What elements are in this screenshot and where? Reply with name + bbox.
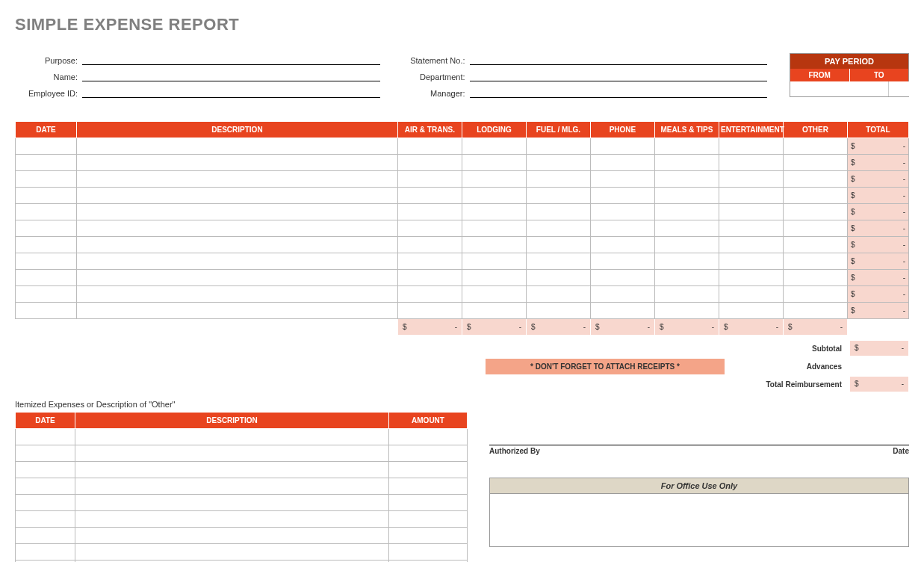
expense-cell[interactable] [16, 171, 77, 188]
expense-cell[interactable] [76, 286, 397, 303]
expense-cell[interactable] [654, 171, 719, 188]
expense-cell[interactable] [783, 220, 847, 237]
expense-cell[interactable] [462, 220, 526, 237]
expense-cell[interactable] [719, 188, 783, 204]
itemized-cell[interactable] [16, 462, 75, 478]
expense-cell[interactable] [462, 188, 526, 204]
expense-cell[interactable] [526, 303, 590, 319]
expense-cell[interactable] [397, 138, 462, 155]
expense-cell[interactable] [590, 237, 654, 253]
expense-cell[interactable] [76, 303, 397, 319]
expense-cell[interactable] [654, 237, 719, 253]
expense-cell[interactable] [16, 270, 77, 286]
expense-cell[interactable] [462, 237, 526, 253]
expense-cell[interactable] [719, 253, 783, 270]
expense-cell[interactable] [526, 237, 590, 253]
expense-cell[interactable] [590, 270, 654, 286]
expense-cell[interactable] [654, 155, 719, 171]
expense-cell[interactable] [397, 155, 462, 171]
itemized-cell[interactable] [75, 544, 389, 561]
expense-cell[interactable] [76, 204, 397, 220]
expense-cell[interactable] [719, 303, 783, 319]
expense-cell[interactable] [76, 138, 397, 155]
expense-cell[interactable] [397, 303, 462, 319]
expense-cell[interactable] [590, 220, 654, 237]
itemized-cell[interactable] [75, 429, 389, 445]
expense-cell[interactable] [462, 286, 526, 303]
expense-cell[interactable] [590, 188, 654, 204]
expense-cell[interactable] [783, 204, 847, 220]
expense-cell[interactable] [76, 270, 397, 286]
itemized-cell[interactable] [389, 429, 468, 445]
itemized-cell[interactable] [75, 528, 389, 544]
expense-cell[interactable] [76, 155, 397, 171]
expense-cell[interactable] [462, 270, 526, 286]
expense-cell[interactable] [783, 155, 847, 171]
expense-cell[interactable] [719, 155, 783, 171]
expense-cell[interactable] [16, 188, 77, 204]
itemized-cell[interactable] [16, 544, 75, 561]
expense-cell[interactable] [397, 253, 462, 270]
expense-cell[interactable] [16, 237, 77, 253]
expense-cell[interactable] [16, 303, 77, 319]
advances-value[interactable] [849, 358, 909, 374]
expense-cell[interactable] [654, 188, 719, 204]
itemized-cell[interactable] [75, 495, 389, 511]
expense-cell[interactable] [397, 171, 462, 188]
itemized-cell[interactable] [389, 511, 468, 528]
expense-cell[interactable] [397, 220, 462, 237]
expense-cell[interactable] [462, 303, 526, 319]
itemized-cell[interactable] [389, 445, 468, 462]
expense-cell[interactable] [719, 286, 783, 303]
expense-cell[interactable] [526, 270, 590, 286]
itemized-cell[interactable] [16, 445, 75, 462]
itemized-cell[interactable] [389, 544, 468, 561]
expense-cell[interactable] [526, 253, 590, 270]
field-left-input-2[interactable] [82, 86, 380, 98]
expense-cell[interactable] [783, 237, 847, 253]
expense-cell[interactable] [462, 171, 526, 188]
expense-cell[interactable] [654, 303, 719, 319]
itemized-cell[interactable] [389, 495, 468, 511]
expense-cell[interactable] [783, 303, 847, 319]
expense-cell[interactable] [654, 204, 719, 220]
expense-cell[interactable] [654, 286, 719, 303]
expense-cell[interactable] [654, 253, 719, 270]
itemized-cell[interactable] [75, 511, 389, 528]
expense-cell[interactable] [76, 220, 397, 237]
expense-cell[interactable] [590, 155, 654, 171]
expense-cell[interactable] [719, 237, 783, 253]
field-right-input-1[interactable] [470, 70, 768, 81]
field-right-input-2[interactable] [470, 86, 768, 98]
expense-cell[interactable] [16, 286, 77, 303]
expense-cell[interactable] [526, 155, 590, 171]
expense-cell[interactable] [783, 270, 847, 286]
expense-cell[interactable] [76, 171, 397, 188]
expense-cell[interactable] [590, 171, 654, 188]
expense-cell[interactable] [462, 138, 526, 155]
expense-cell[interactable] [76, 188, 397, 204]
expense-cell[interactable] [397, 270, 462, 286]
pay-period-to-input[interactable] [889, 81, 924, 96]
itemized-cell[interactable] [389, 478, 468, 495]
itemized-cell[interactable] [389, 462, 468, 478]
expense-cell[interactable] [654, 270, 719, 286]
expense-cell[interactable] [783, 171, 847, 188]
expense-cell[interactable] [783, 286, 847, 303]
itemized-cell[interactable] [16, 528, 75, 544]
expense-cell[interactable] [462, 204, 526, 220]
expense-cell[interactable] [783, 138, 847, 155]
itemized-cell[interactable] [16, 495, 75, 511]
expense-cell[interactable] [16, 253, 77, 270]
expense-cell[interactable] [526, 138, 590, 155]
expense-cell[interactable] [16, 138, 77, 155]
itemized-cell[interactable] [75, 462, 389, 478]
expense-cell[interactable] [76, 237, 397, 253]
expense-cell[interactable] [719, 270, 783, 286]
itemized-cell[interactable] [75, 478, 389, 495]
expense-cell[interactable] [462, 155, 526, 171]
field-left-input-0[interactable] [82, 53, 380, 65]
expense-cell[interactable] [590, 286, 654, 303]
expense-cell[interactable] [590, 253, 654, 270]
expense-cell[interactable] [397, 237, 462, 253]
